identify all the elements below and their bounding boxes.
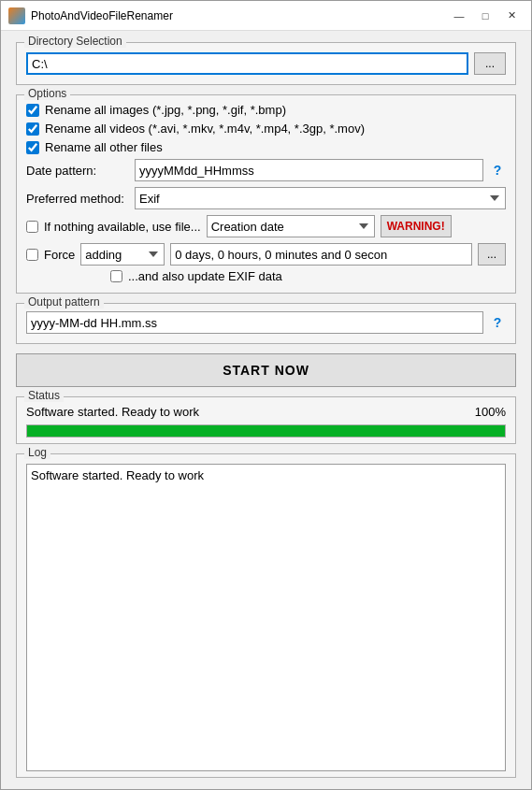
date-pattern-input[interactable] — [135, 159, 483, 181]
directory-row: ... — [26, 52, 506, 75]
rename-images-checkbox[interactable] — [26, 104, 39, 117]
title-bar: PhotoAndVideoFileRenamer — □ ✕ — [1, 1, 531, 31]
main-content: Directory Selection ... Options Rename a… — [1, 31, 531, 789]
rename-videos-row: Rename all videos (*.avi, *.mkv, *.m4v, … — [26, 122, 506, 136]
status-section: Status Software started. Ready to work 1… — [16, 396, 516, 444]
status-text: Software started. Ready to work — [26, 405, 199, 419]
output-help-button[interactable]: ? — [489, 314, 506, 331]
exif-update-row: ...and also update EXIF data — [26, 269, 506, 283]
directory-section: Directory Selection ... — [16, 42, 516, 85]
exif-update-label: ...and also update EXIF data — [128, 269, 282, 283]
status-row: Software started. Ready to work 100% — [26, 405, 506, 419]
force-browse-button[interactable]: ... — [478, 243, 506, 266]
nothing-available-label: If nothing available, use file... — [44, 220, 201, 234]
browse-button[interactable]: ... — [474, 52, 506, 75]
rename-others-checkbox[interactable] — [26, 141, 39, 154]
log-area: Software started. Ready to work — [26, 464, 506, 771]
preferred-method-select[interactable]: Exif File date IPTC — [135, 187, 506, 209]
rename-images-label: Rename all images (*.jpg, *.png, *.gif, … — [45, 103, 286, 117]
window-title: PhotoAndVideoFileRenamer — [31, 9, 447, 22]
rename-videos-label: Rename all videos (*.avi, *.mkv, *.m4v, … — [45, 122, 365, 136]
preferred-method-row: Preferred method: Exif File date IPTC — [26, 187, 506, 209]
directory-label: Directory Selection — [24, 35, 126, 48]
force-text-input[interactable] — [170, 243, 472, 266]
log-label: Log — [24, 446, 50, 459]
close-button[interactable]: ✕ — [499, 7, 524, 25]
output-pattern-input[interactable] — [26, 311, 483, 334]
nothing-available-checkbox[interactable] — [26, 221, 38, 233]
main-window: PhotoAndVideoFileRenamer — □ ✕ Directory… — [0, 0, 532, 790]
progress-bar-container — [26, 424, 506, 438]
status-percent: 100% — [475, 405, 506, 419]
output-section: Output pattern ? — [16, 303, 516, 344]
options-label: Options — [24, 87, 70, 100]
date-pattern-help-button[interactable]: ? — [489, 162, 506, 179]
nothing-available-select[interactable]: Creation date Modification date — [207, 215, 375, 237]
output-row: ? — [26, 311, 506, 334]
title-bar-buttons: — □ ✕ — [447, 7, 524, 25]
date-pattern-label: Date pattern: — [26, 164, 129, 178]
preferred-method-label: Preferred method: — [26, 192, 129, 206]
force-checkbox[interactable] — [26, 249, 38, 261]
minimize-button[interactable]: — — [447, 7, 471, 25]
force-label: Force — [44, 248, 75, 262]
start-now-button[interactable]: START NOW — [16, 353, 516, 387]
rename-videos-checkbox[interactable] — [26, 122, 39, 136]
app-icon — [8, 7, 25, 24]
progress-bar-fill — [27, 425, 505, 437]
warning-button[interactable]: WARNING! — [381, 215, 452, 237]
nothing-available-row: If nothing available, use file... Creati… — [26, 215, 506, 237]
status-label: Status — [24, 389, 64, 402]
directory-input[interactable] — [26, 52, 468, 75]
log-section: Log Software started. Ready to work — [16, 453, 516, 778]
date-pattern-row: Date pattern: ? — [26, 159, 506, 181]
rename-others-label: Rename all other files — [45, 140, 163, 154]
options-section: Options Rename all images (*.jpg, *.png,… — [16, 94, 516, 294]
rename-images-row: Rename all images (*.jpg, *.png, *.gif, … — [26, 103, 506, 117]
rename-others-row: Rename all other files — [26, 140, 506, 154]
output-label: Output pattern — [24, 295, 104, 309]
maximize-button[interactable]: □ — [473, 7, 497, 25]
force-row: Force adding subtracting ... — [26, 243, 506, 266]
force-select[interactable]: adding subtracting — [80, 243, 165, 266]
exif-update-checkbox[interactable] — [110, 270, 122, 282]
